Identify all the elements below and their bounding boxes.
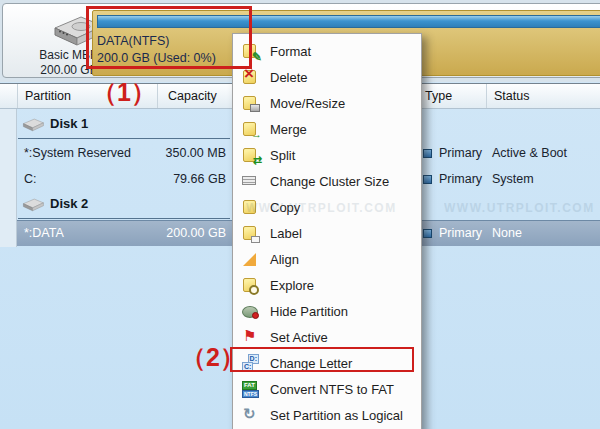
disk-icon bbox=[20, 117, 46, 132]
cluster-size-icon bbox=[242, 173, 259, 189]
menu-item-format[interactable]: Format bbox=[233, 38, 421, 64]
cell-capacity: 79.66 GB bbox=[100, 172, 226, 186]
annotation-box-1 bbox=[86, 6, 252, 69]
menu-item-delete[interactable]: Delete bbox=[233, 64, 421, 90]
merge-icon bbox=[242, 121, 259, 137]
cell-status: Active & Boot bbox=[492, 146, 567, 160]
menu-item-move-resize[interactable]: Move/Resize bbox=[233, 90, 421, 116]
delete-icon bbox=[242, 69, 259, 85]
primary-type-icon bbox=[423, 229, 432, 238]
header-type[interactable]: Type bbox=[420, 84, 486, 108]
cell-partition: *:DATA bbox=[24, 226, 64, 240]
set-logical-icon bbox=[242, 407, 259, 423]
menu-item-align[interactable]: Align bbox=[233, 246, 421, 272]
split-icon bbox=[242, 147, 259, 163]
annotation-label-2: （2） bbox=[181, 344, 245, 370]
menu-item-explore[interactable]: Explore bbox=[233, 272, 421, 298]
cell-partition: C: bbox=[24, 172, 37, 186]
group-divider bbox=[18, 218, 230, 219]
cell-type: Primary bbox=[423, 226, 482, 240]
menu-item-split[interactable]: Split bbox=[233, 142, 421, 168]
menu-item-change-cluster-size[interactable]: Change Cluster Size bbox=[233, 168, 421, 194]
header-status[interactable]: Status bbox=[486, 84, 600, 108]
label-icon bbox=[242, 225, 259, 241]
header-selector-column bbox=[0, 84, 17, 108]
hide-partition-icon bbox=[242, 303, 259, 319]
menu-item-label[interactable]: Label bbox=[233, 220, 421, 246]
menu-item-set-partition-as-logical[interactable]: Set Partition as Logical bbox=[233, 402, 421, 428]
menu-item-hide-partition[interactable]: Hide Partition bbox=[233, 298, 421, 324]
primary-type-icon bbox=[423, 149, 432, 158]
menu-item-convert-ntfs-to-fat[interactable]: Convert NTFS to FAT bbox=[233, 376, 421, 402]
partition-manager-window: Basic MBR 200.00 GB DATA(NTFS) 200.0 GB … bbox=[0, 0, 600, 429]
watermark: WWW.UTRPLOIT.COM bbox=[246, 201, 397, 215]
watermark: WWW.UTRPLOIT.COM bbox=[444, 201, 595, 215]
align-icon bbox=[242, 251, 259, 267]
disk-icon bbox=[20, 197, 46, 212]
explore-icon bbox=[242, 277, 259, 293]
menu-item-merge[interactable]: Merge bbox=[233, 116, 421, 142]
cell-type: Primary bbox=[423, 172, 482, 186]
cell-capacity: 350.00 MB bbox=[100, 146, 226, 160]
primary-type-icon bbox=[423, 175, 432, 184]
convert-ntfs-fat-icon bbox=[242, 381, 259, 397]
group-divider bbox=[18, 138, 230, 139]
move-resize-icon bbox=[242, 95, 259, 111]
annotation-box-2 bbox=[230, 347, 414, 372]
cell-status: None bbox=[492, 226, 522, 240]
cell-capacity: 200.00 GB bbox=[100, 226, 226, 240]
header-capacity[interactable]: Capacity bbox=[157, 84, 229, 108]
cell-status: System bbox=[492, 172, 534, 186]
cell-type: Primary bbox=[423, 146, 482, 160]
disk-group-name: Disk 2 bbox=[50, 196, 88, 211]
annotation-label-1: （1） bbox=[92, 79, 156, 105]
disk-group-name: Disk 1 bbox=[50, 116, 88, 131]
